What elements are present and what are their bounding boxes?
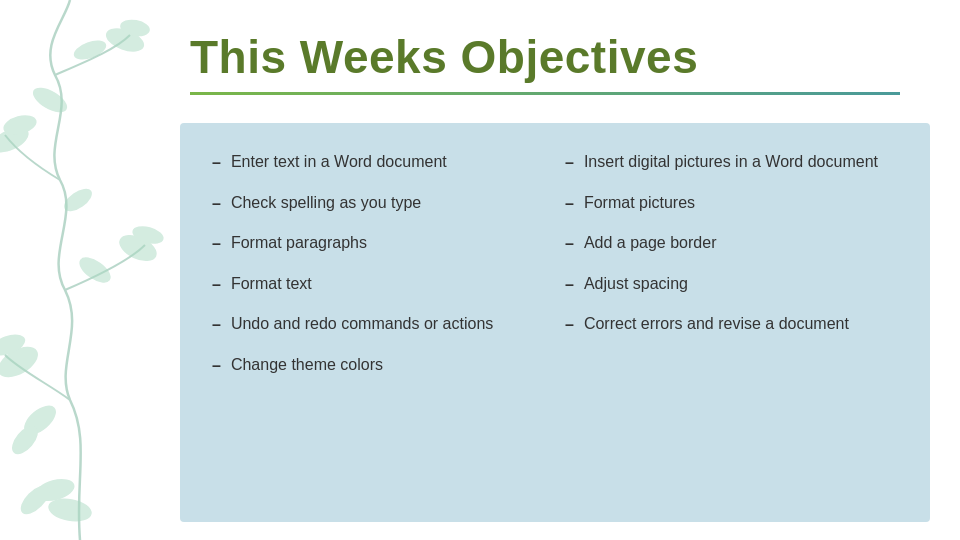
list-item: – Undo and redo commands or actions xyxy=(212,313,545,336)
bullet-dash: – xyxy=(565,152,574,174)
title-underline xyxy=(190,92,900,95)
list-item: – Format paragraphs xyxy=(212,232,545,255)
bullet-text: Format paragraphs xyxy=(231,232,367,254)
right-column: – Insert digital pictures in a Word docu… xyxy=(565,151,898,395)
bullet-text: Check spelling as you type xyxy=(231,192,421,214)
bullet-dash: – xyxy=(212,355,221,377)
list-item: – Correct errors and revise a document xyxy=(565,313,898,336)
list-item: – Enter text in a Word document xyxy=(212,151,545,174)
list-item: – Add a page border xyxy=(565,232,898,255)
bullet-text: Undo and redo commands or actions xyxy=(231,313,493,335)
header-area: This Weeks Objectives xyxy=(0,0,960,105)
content-area: – Enter text in a Word document – Check … xyxy=(180,123,930,522)
list-item: – Format pictures xyxy=(565,192,898,215)
list-item: – Format text xyxy=(212,273,545,296)
bullet-dash: – xyxy=(565,193,574,215)
list-item: – Insert digital pictures in a Word docu… xyxy=(565,151,898,174)
bullet-text: Correct errors and revise a document xyxy=(584,313,849,335)
bullet-dash: – xyxy=(212,152,221,174)
bullet-text: Enter text in a Word document xyxy=(231,151,447,173)
bullet-text: Change theme colors xyxy=(231,354,383,376)
bullet-text: Add a page border xyxy=(584,232,717,254)
left-column: – Enter text in a Word document – Check … xyxy=(212,151,545,395)
page-title: This Weeks Objectives xyxy=(190,30,900,84)
bullet-text: Adjust spacing xyxy=(584,273,688,295)
list-item: – Adjust spacing xyxy=(565,273,898,296)
list-item: – Change theme colors xyxy=(212,354,545,377)
page: This Weeks Objectives – Enter text in a … xyxy=(0,0,960,540)
bullet-text: Format pictures xyxy=(584,192,695,214)
bullet-dash: – xyxy=(212,274,221,296)
bullet-dash: – xyxy=(565,233,574,255)
bullet-dash: – xyxy=(212,233,221,255)
list-item: – Check spelling as you type xyxy=(212,192,545,215)
bullet-dash: – xyxy=(565,274,574,296)
bullet-text: Format text xyxy=(231,273,312,295)
bullet-dash: – xyxy=(565,314,574,336)
bullet-text: Insert digital pictures in a Word docume… xyxy=(584,151,878,173)
bullet-dash: – xyxy=(212,314,221,336)
bullet-dash: – xyxy=(212,193,221,215)
two-columns: – Enter text in a Word document – Check … xyxy=(212,151,898,395)
